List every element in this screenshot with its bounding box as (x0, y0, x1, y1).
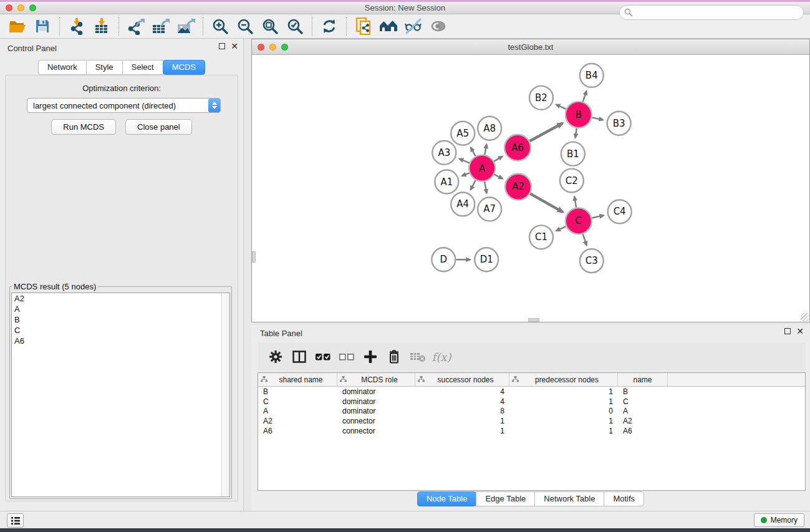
add-column-icon[interactable] (362, 347, 379, 366)
graph-edge-B-B1[interactable] (576, 128, 577, 138)
table-cell[interactable]: B (258, 387, 337, 396)
table-row[interactable]: A6connector11A6 (258, 426, 805, 436)
tab-node-table[interactable]: Node Table (417, 491, 477, 506)
column-header-shared-name[interactable]: shared name (258, 373, 337, 386)
table-row[interactable]: Adominator80A (258, 407, 805, 417)
graph-edge-B-B2[interactable] (556, 105, 566, 109)
graph-edge-A-A7[interactable] (485, 181, 486, 193)
network-horizontal-scrollbar[interactable] (528, 318, 539, 322)
graph-node-B4[interactable]: B4 (580, 64, 604, 87)
search-input[interactable] (619, 5, 804, 20)
tab-edge-table[interactable]: Edge Table (476, 491, 535, 506)
tab-style[interactable]: Style (86, 60, 123, 75)
graph-node-B[interactable]: B (566, 102, 592, 128)
settings-gear-icon[interactable] (267, 347, 284, 366)
table-cell[interactable]: 1 (509, 427, 618, 435)
graph-edge-B-B4[interactable] (583, 91, 587, 102)
graph-edge-A-A1[interactable] (462, 173, 470, 176)
graph-node-A6[interactable]: A6 (504, 135, 531, 161)
graph-node-D1[interactable]: D1 (475, 248, 498, 271)
hide-glasses-icon[interactable] (401, 16, 426, 36)
table-cell[interactable]: 1 (509, 387, 618, 396)
save-session-icon[interactable] (30, 16, 55, 36)
table-cell[interactable]: 1 (509, 397, 618, 406)
graph-node-A1[interactable]: A1 (435, 170, 458, 194)
table-cell[interactable]: dominator (337, 407, 415, 415)
graph-node-A[interactable]: A (469, 155, 495, 181)
export-image-icon[interactable] (173, 16, 198, 36)
zoom-fit-icon[interactable] (258, 16, 282, 36)
table-cell[interactable]: C (258, 397, 337, 406)
table-row[interactable]: Bdominator41B (258, 387, 805, 397)
graph-edge-A2-C[interactable] (530, 193, 563, 212)
show-eye-icon[interactable] (426, 16, 451, 36)
table-cell[interactable]: 0 (509, 407, 618, 415)
table-cell[interactable]: A2 (618, 417, 668, 425)
float-panel-icon[interactable] (219, 43, 225, 49)
graph-edge-A-A6[interactable] (494, 157, 503, 162)
graph-edge-A-A8[interactable] (485, 144, 486, 155)
float-table-panel-icon[interactable] (784, 328, 791, 334)
export-network-icon[interactable] (123, 16, 148, 36)
table-cell[interactable]: dominator (337, 387, 415, 396)
column-header-name[interactable]: name (618, 373, 668, 386)
graph-edge-C-C3[interactable] (583, 234, 587, 245)
table-cell[interactable]: A6 (618, 427, 668, 435)
graph-node-B2[interactable]: B2 (529, 86, 553, 110)
open-folder-icon[interactable] (5, 16, 30, 36)
graph-node-C[interactable]: C (566, 208, 592, 234)
import-network-icon[interactable] (64, 16, 89, 36)
select-all-checkboxes-icon[interactable] (314, 347, 332, 366)
table-cell[interactable]: C (618, 397, 668, 406)
graph-node-C1[interactable]: C1 (529, 225, 553, 249)
graph-node-B1[interactable]: B1 (561, 142, 585, 166)
graph-node-A8[interactable]: A8 (478, 117, 501, 140)
graph-edge-C-C4[interactable] (592, 215, 604, 218)
graph-edge-C-C2[interactable] (574, 196, 576, 208)
graph-edge-A-A3[interactable] (459, 159, 469, 163)
task-history-button[interactable] (7, 513, 24, 528)
table-row[interactable]: A2connector11A2 (258, 416, 805, 426)
zoom-selected-icon[interactable] (282, 16, 307, 36)
graph-edge-A-A2[interactable] (494, 175, 503, 179)
graph-node-A4[interactable]: A4 (451, 192, 475, 216)
tab-mcds[interactable]: MCDS (163, 60, 205, 75)
deselect-checkboxes-icon[interactable] (338, 347, 355, 366)
table-cell[interactable]: A (258, 407, 337, 415)
graph-node-C4[interactable]: C4 (608, 200, 632, 223)
import-table-icon[interactable] (89, 16, 114, 36)
export-table-icon[interactable] (148, 16, 173, 36)
tab-motifs[interactable]: Motifs (604, 491, 644, 506)
graph-edge-A6-B[interactable] (529, 123, 562, 142)
table-cell[interactable]: B (618, 387, 668, 396)
table-cell[interactable]: 4 (415, 397, 509, 406)
graph-edge-A-A5[interactable] (471, 147, 476, 156)
table-cell[interactable]: 1 (415, 427, 509, 435)
table-cell[interactable]: dominator (337, 397, 415, 406)
tab-network[interactable]: Network (38, 60, 87, 75)
mcds-result-item[interactable]: B (12, 314, 229, 325)
table-cell[interactable]: A2 (258, 417, 337, 425)
graph-node-A7[interactable]: A7 (478, 197, 501, 221)
graph-node-B3[interactable]: B3 (607, 112, 631, 135)
close-table-panel-icon[interactable]: ✕ (796, 328, 804, 334)
refresh-network-icon[interactable] (317, 16, 342, 36)
graph-edge-B-B3[interactable] (592, 117, 603, 120)
graph-node-A5[interactable]: A5 (451, 122, 475, 145)
run-mcds-button[interactable]: Run MCDS (51, 119, 116, 135)
tab-select[interactable]: Select (122, 60, 163, 75)
table-cell[interactable]: 8 (415, 407, 509, 415)
window-resize-grip[interactable] (801, 313, 809, 321)
home-layout-icon[interactable] (376, 16, 401, 36)
table-cell[interactable]: A6 (258, 427, 337, 435)
zoom-out-icon[interactable] (233, 16, 258, 36)
graph-node-A2[interactable]: A2 (505, 174, 531, 200)
network-canvas[interactable]: B4 B2 B B3 A5 A8 A6 A3 B1 A A1 C2 A2 (252, 55, 809, 322)
column-header-predecessor-nodes[interactable]: predecessor nodes (509, 373, 618, 386)
graph-node-A3[interactable]: A3 (432, 141, 456, 165)
close-panel-button[interactable]: Close panel (125, 119, 192, 135)
mcds-result-item[interactable]: A (12, 304, 229, 314)
close-panel-icon[interactable]: ✕ (231, 43, 238, 49)
tab-network-table[interactable]: Network Table (534, 491, 604, 506)
table-cell[interactable]: connector (337, 417, 415, 425)
